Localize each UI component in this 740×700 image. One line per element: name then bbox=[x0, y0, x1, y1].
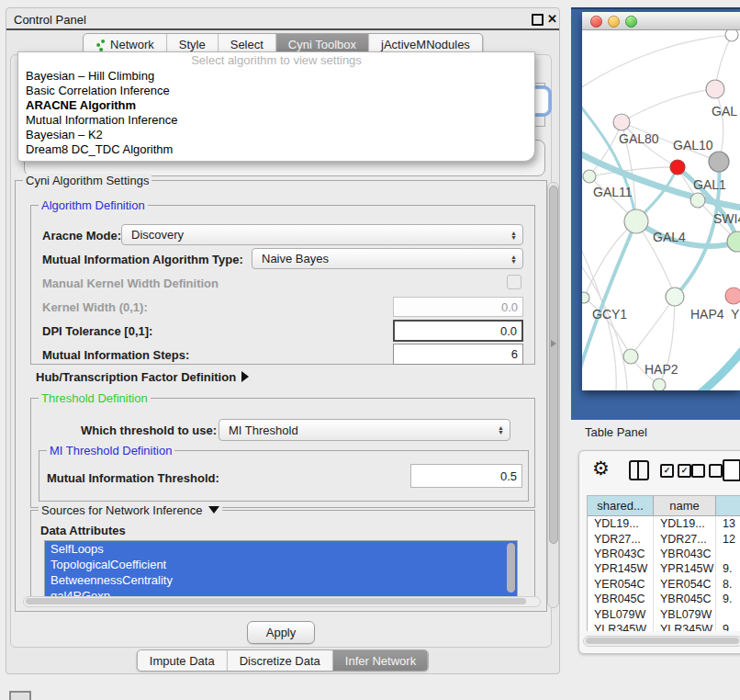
table-row[interactable]: YER054CYER054C8. bbox=[588, 577, 740, 592]
network-node-gcy1[interactable] bbox=[582, 292, 589, 303]
network-node-gal11[interactable] bbox=[583, 170, 596, 183]
checked-boxes-icon[interactable]: ✓✓ bbox=[660, 464, 691, 478]
network-node[interactable] bbox=[709, 152, 729, 172]
tab-discretize-data[interactable]: Discretize Data bbox=[228, 650, 333, 671]
network-canvas[interactable]: GALGAL80GAL10GAL11GAL1GAL4SWI4GCY1HAP4YH… bbox=[582, 29, 740, 390]
mi-algorithm-type-label: Mutual Information Algorithm Type: bbox=[42, 253, 243, 266]
table-cell: 12 bbox=[716, 531, 740, 546]
document-icon[interactable] bbox=[723, 459, 740, 481]
splitter-collapse-icon[interactable] bbox=[551, 340, 556, 347]
table-cell: YDR27... bbox=[588, 531, 654, 546]
network-node-gal4[interactable] bbox=[624, 209, 648, 233]
sources-group-title: Sources for Network Inference bbox=[39, 503, 222, 517]
which-threshold-select[interactable]: MI Threshold ▲▼ bbox=[219, 419, 510, 441]
node-table[interactable]: shared...name YDL19...YDL19...13YDR27...… bbox=[587, 495, 740, 631]
manual-kernel-width-checkbox[interactable] bbox=[507, 275, 521, 289]
cyni-algorithm-settings-group: Cyni Algorithm Settings Algorithm Defini… bbox=[15, 180, 547, 612]
zoom-traffic-light[interactable] bbox=[625, 16, 637, 28]
attribute-item-betweennesscentrality[interactable]: BetweennessCentrality bbox=[45, 572, 517, 588]
node-label-gal11: GAL11 bbox=[593, 185, 633, 199]
expand-down-icon bbox=[208, 506, 219, 514]
table-row[interactable]: YDR27...YDR27...12 bbox=[588, 531, 740, 546]
table-cell bbox=[716, 547, 740, 561]
list-vertical-scrollbar[interactable] bbox=[507, 543, 515, 593]
column-header-name[interactable]: name bbox=[654, 496, 716, 515]
column-header-2[interactable] bbox=[716, 496, 740, 515]
table-row[interactable]: YLR345WYLR345W9. bbox=[588, 622, 740, 631]
network-node-gal1[interactable] bbox=[690, 193, 705, 208]
kernel-width-input[interactable]: 0.0 bbox=[393, 297, 523, 317]
network-node-gal[interactable] bbox=[706, 80, 724, 98]
table-row[interactable]: YDL19...YDL19...13 bbox=[588, 516, 740, 531]
settings-horizontal-scrollbar[interactable] bbox=[23, 596, 541, 607]
tab-label: Network bbox=[110, 38, 154, 51]
table-row[interactable]: YBL079WYBL079W bbox=[588, 606, 740, 621]
algorithm-option-basic-correlation-inference[interactable]: Basic Correlation Inference bbox=[18, 84, 534, 98]
mi-threshold-label: Mutual Information Threshold: bbox=[47, 471, 219, 485]
control-panel-title: Control Panel bbox=[14, 13, 86, 27]
network-node-hap4[interactable] bbox=[666, 288, 684, 306]
unchecked-boxes-icon[interactable] bbox=[691, 464, 723, 478]
node-label-gal80: GAL80 bbox=[619, 131, 659, 146]
mi-steps-input[interactable]: 6 bbox=[393, 344, 523, 365]
tab-impute-data[interactable]: Impute Data bbox=[138, 650, 228, 671]
close-traffic-light[interactable] bbox=[590, 16, 602, 28]
tab-label: Style bbox=[179, 38, 206, 51]
algorithm-dropdown-placeholder: Select algorithm to view settings bbox=[18, 52, 534, 69]
table-cell: YBL079W bbox=[588, 606, 654, 621]
network-node[interactable] bbox=[725, 29, 738, 41]
dpi-tolerance-input[interactable]: 0.0 bbox=[393, 320, 523, 342]
aracne-mode-select[interactable]: Discovery ▲▼ bbox=[121, 224, 523, 245]
node-label-gcy1: GCY1 bbox=[592, 307, 627, 322]
mi-threshold-input[interactable]: 0.5 bbox=[410, 464, 522, 488]
network-node-swi4[interactable] bbox=[727, 231, 740, 252]
mi-steps-label: Mutual Information Steps: bbox=[42, 348, 189, 362]
minimized-panel-icon[interactable] bbox=[9, 691, 31, 700]
settings-vertical-scrollbar[interactable] bbox=[547, 182, 559, 608]
network-node-y[interactable] bbox=[725, 288, 740, 304]
table-row[interactable]: YBR045CYBR045C9. bbox=[588, 592, 740, 606]
minimize-traffic-light[interactable] bbox=[608, 16, 620, 28]
hub-definition-toggle[interactable]: Hub/Transcription Factor Definition bbox=[36, 370, 249, 384]
attribute-item-topologicalcoefficient[interactable]: TopologicalCoefficient bbox=[45, 557, 517, 572]
close-icon[interactable]: ✕ bbox=[547, 12, 557, 26]
algorithm-option-bayesian-hill-climbing[interactable]: Bayesian – Hill Climbing bbox=[18, 69, 534, 84]
network-node-gal80[interactable] bbox=[613, 114, 630, 130]
mi-threshold-group: MI Threshold Definition Mutual Informati… bbox=[39, 450, 529, 502]
algorithm-option-dream8-dc-tdc-algorithm[interactable]: Dream8 DC_TDC Algorithm bbox=[18, 142, 534, 157]
algorithm-option-bayesian-k2[interactable]: Bayesian – K2 bbox=[18, 128, 534, 142]
tab-label: Infer Network bbox=[345, 654, 416, 668]
split-columns-icon[interactable] bbox=[629, 460, 649, 480]
mi-threshold-group-title: MI Threshold Definition bbox=[47, 444, 174, 457]
node-label-gal4: GAL4 bbox=[653, 230, 686, 244]
algorithm-definition-group: Algorithm Definition Aracne Mode: Discov… bbox=[30, 205, 535, 365]
network-node[interactable] bbox=[653, 378, 666, 390]
network-window-titlebar[interactable] bbox=[582, 12, 740, 30]
network-node-gal10[interactable] bbox=[670, 160, 685, 175]
table-row[interactable]: YBR043CYBR043C bbox=[588, 547, 740, 561]
table-cell: YDL19... bbox=[654, 516, 716, 531]
gear-icon[interactable]: ⚙ bbox=[592, 458, 610, 479]
tab-label: jActiveMNodules bbox=[381, 38, 470, 51]
threshold-definition-title: Threshold Definition bbox=[39, 391, 151, 405]
algorithm-option-mutual-information-inference[interactable]: Mutual Information Inference bbox=[18, 113, 534, 128]
table-cell: YER054C bbox=[654, 577, 716, 592]
table-row[interactable]: YPR145WYPR145W9. bbox=[588, 561, 740, 576]
table-cell: 9. bbox=[716, 622, 740, 631]
bottom-tabs: Impute DataDiscretize DataInfer Network bbox=[137, 649, 429, 672]
float-window-icon[interactable] bbox=[532, 14, 544, 26]
attribute-item-selfloops[interactable]: SelfLoops bbox=[45, 541, 517, 557]
node-label-gal: GAL bbox=[712, 104, 737, 119]
stepper-arrows-icon: ▲▼ bbox=[510, 254, 517, 264]
tab-infer-network[interactable]: Infer Network bbox=[333, 650, 428, 671]
algorithm-option-aracne-algorithm[interactable]: ARACNE Algorithm bbox=[18, 98, 534, 113]
column-header-shared[interactable]: shared... bbox=[588, 496, 654, 515]
table-cell: YBR043C bbox=[588, 547, 654, 561]
apply-button[interactable]: Apply bbox=[247, 621, 315, 644]
table-horizontal-scrollbar[interactable] bbox=[583, 636, 740, 647]
aracne-mode-label: Aracne Mode: bbox=[42, 229, 121, 243]
table-cell: YLR345W bbox=[588, 622, 654, 631]
network-node-hap2[interactable] bbox=[623, 349, 638, 364]
data-attributes-list[interactable]: SelfLoopsTopologicalCoefficientBetweenne… bbox=[44, 540, 518, 603]
mi-algorithm-type-select[interactable]: Naive Bayes ▲▼ bbox=[252, 248, 523, 269]
